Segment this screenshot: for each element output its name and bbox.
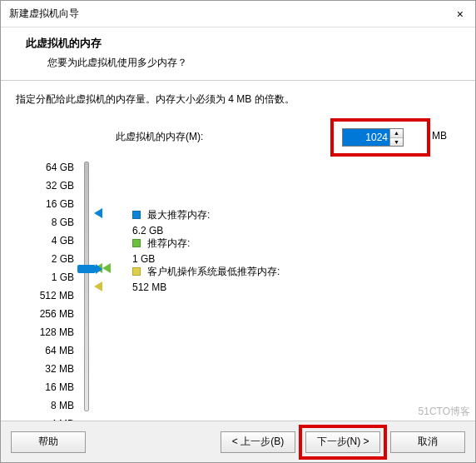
memory-slider-area: 64 GB 32 GB 16 GB 8 GB 4 GB 2 GB 1 GB 51… [16,158,460,416]
scale-label: 32 MB [16,360,74,378]
memory-slider-thumb[interactable] [77,265,96,273]
instruction-text: 指定分配给此虚拟机的内存量。内存大小必须为 4 MB 的倍数。 [16,92,460,107]
memory-unit: MB [432,130,447,142]
window-title: 新建虚拟机向导 [9,7,79,21]
scale-label: 1 GB [16,268,74,286]
scale-label: 128 MB [16,323,74,341]
scale-labels: 64 GB 32 GB 16 GB 8 GB 4 GB 2 GB 1 GB 51… [16,158,74,433]
memory-notes: 最大推荐内存: 6.2 GB 推荐内存: 1 GB 客户机操作系统最低推荐内存:… [132,208,280,293]
scale-label: 16 MB [16,378,74,396]
page-subtitle: 您要为此虚拟机使用多少内存？ [26,56,460,70]
note-rec-value: 1 GB [132,253,280,265]
cancel-button[interactable]: 取消 [390,431,465,453]
max-recommended-marker-icon [94,208,102,218]
memory-spinbox[interactable]: ▲ ▼ [342,128,404,147]
scale-label: 32 GB [16,177,74,195]
square-green-icon [132,239,141,247]
recommended-marker2-icon [102,263,111,273]
titlebar: 新建虚拟机向导 × [1,1,475,27]
scale-label: 512 MB [16,286,74,305]
scale-label: 64 MB [16,341,74,360]
note-max: 最大推荐内存: [132,208,280,222]
note-rec: 推荐内存: [132,236,280,250]
note-rec-label: 推荐内存: [147,236,190,250]
scale-label: 4 GB [16,232,74,250]
help-button[interactable]: 帮助 [11,431,86,453]
memory-slider-track[interactable] [84,162,89,411]
spin-buttons: ▲ ▼ [389,129,403,146]
note-max-value: 6.2 GB [132,225,280,236]
scale-label: 8 MB [16,396,74,415]
wizard-header: 此虚拟机的内存 您要为此虚拟机使用多少内存？ [1,27,475,80]
square-yellow-icon [132,267,141,276]
scale-label: 256 MB [16,305,74,323]
scale-label: 64 GB [16,158,74,177]
highlight-memory-input: ▲ ▼ [330,118,430,157]
note-min-value: 512 MB [132,281,280,293]
highlight-next-button: 下一步(N) > [299,425,387,460]
next-button[interactable]: 下一步(N) > [305,431,380,453]
min-recommended-marker-icon [94,281,102,291]
back-button[interactable]: < 上一步(B) [221,431,295,453]
scale-label: 16 GB [16,195,74,213]
square-blue-icon [132,211,141,219]
memory-input[interactable] [343,129,389,146]
note-min: 客户机操作系统最低推荐内存: [132,265,280,278]
memory-label: 此虚拟机的内存(M): [116,130,203,144]
close-icon[interactable]: × [454,4,467,24]
note-min-label: 客户机操作系统最低推荐内存: [147,265,280,278]
spin-down-icon[interactable]: ▼ [390,138,403,147]
spin-up-icon[interactable]: ▲ [390,129,403,138]
page-title: 此虚拟机的内存 [26,36,460,51]
note-max-label: 最大推荐内存: [147,208,210,222]
scale-label: 8 GB [16,213,74,232]
scale-label: 2 GB [16,250,74,268]
wizard-footer: 帮助 < 上一步(B) 下一步(N) > 取消 [1,421,475,462]
wizard-body: 指定分配给此虚拟机的内存量。内存大小必须为 4 MB 的倍数。 此虚拟机的内存(… [1,81,475,416]
memory-row: 此虚拟机的内存(M): ▲ ▼ MB [16,125,460,150]
